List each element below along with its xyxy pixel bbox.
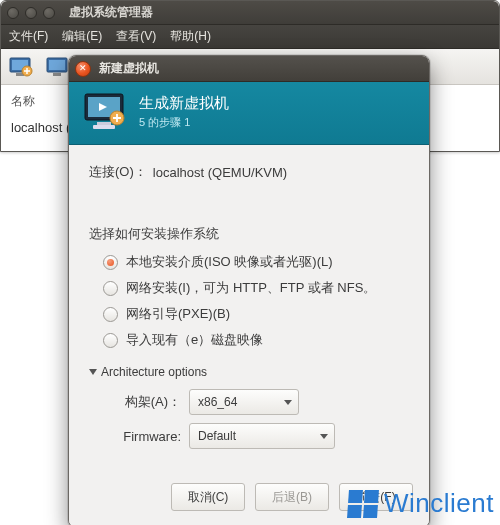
dialog-step: 5 的步骤 1 (139, 115, 229, 130)
cancel-button[interactable]: 取消(C) (171, 483, 245, 511)
dialog-body: 连接(O)： localhost (QEMU/KVM) 选择如何安装操作系统 本… (69, 145, 429, 469)
radio-icon (103, 333, 118, 348)
chevron-down-icon (89, 369, 97, 375)
dialog-title: 新建虚拟机 (99, 60, 159, 77)
dialog-header: 生成新虚拟机 5 的步骤 1 (69, 82, 429, 145)
radio-local-media[interactable]: 本地安装介质(ISO 映像或者光驱)(L) (103, 253, 409, 271)
chevron-down-icon (284, 400, 292, 405)
new-vm-dialog: ✕ 新建虚拟机 生成新虚拟机 5 的步骤 1 连接(O)： localhost … (68, 55, 430, 525)
watermark: Winclient (348, 488, 494, 519)
radio-icon (103, 255, 118, 270)
monitor-icon (83, 92, 127, 132)
main-titlebar: 虚拟系统管理器 (1, 1, 499, 25)
radio-icon (103, 281, 118, 296)
close-icon[interactable] (7, 7, 19, 19)
firmware-combo[interactable]: Default (189, 423, 335, 449)
svg-rect-11 (93, 125, 115, 129)
radio-label: 本地安装介质(ISO 映像或者光驱)(L) (126, 253, 333, 271)
watermark-text: Winclient (384, 488, 494, 519)
radio-label: 网络安装(I)，可为 HTTP、FTP 或者 NFS。 (126, 279, 376, 297)
install-method-group: 本地安装介质(ISO 映像或者光驱)(L) 网络安装(I)，可为 HTTP、FT… (103, 253, 409, 349)
firmware-label: Firmware: (103, 429, 181, 444)
back-button: 后退(B) (255, 483, 329, 511)
dialog-heading: 生成新虚拟机 (139, 94, 229, 113)
radio-pxe[interactable]: 网络引导(PXE)(B) (103, 305, 409, 323)
open-vm-button[interactable] (45, 56, 69, 78)
svg-rect-10 (97, 122, 111, 125)
close-icon[interactable]: ✕ (75, 61, 91, 77)
connection-value: localhost (QEMU/KVM) (153, 165, 287, 180)
main-title: 虚拟系统管理器 (69, 4, 153, 21)
expander-label: Architecture options (101, 365, 207, 379)
dialog-titlebar: ✕ 新建虚拟机 (69, 56, 429, 82)
arch-label: 构架(A)： (103, 393, 181, 411)
radio-label: 网络引导(PXE)(B) (126, 305, 230, 323)
radio-icon (103, 307, 118, 322)
connection-label: 连接(O)： (89, 163, 147, 181)
windows-icon (347, 490, 379, 518)
radio-network-install[interactable]: 网络安装(I)，可为 HTTP、FTP 或者 NFS。 (103, 279, 409, 297)
chevron-down-icon (320, 434, 328, 439)
menu-edit[interactable]: 编辑(E) (62, 28, 102, 45)
menu-file[interactable]: 文件(F) (9, 28, 48, 45)
arch-expander[interactable]: Architecture options (89, 365, 409, 379)
arch-value: x86_64 (198, 395, 237, 409)
radio-import-disk[interactable]: 导入现有（e）磁盘映像 (103, 331, 409, 349)
svg-rect-5 (49, 60, 65, 70)
minimize-icon[interactable] (25, 7, 37, 19)
radio-label: 导入现有（e）磁盘映像 (126, 331, 263, 349)
menu-help[interactable]: 帮助(H) (170, 28, 211, 45)
svg-rect-6 (53, 73, 61, 76)
arch-combo[interactable]: x86_64 (189, 389, 299, 415)
new-vm-button[interactable] (9, 56, 33, 78)
firmware-value: Default (198, 429, 236, 443)
install-method-label: 选择如何安装操作系统 (89, 225, 409, 243)
menu-view[interactable]: 查看(V) (116, 28, 156, 45)
maximize-icon[interactable] (43, 7, 55, 19)
menubar: 文件(F) 编辑(E) 查看(V) 帮助(H) (1, 25, 499, 49)
